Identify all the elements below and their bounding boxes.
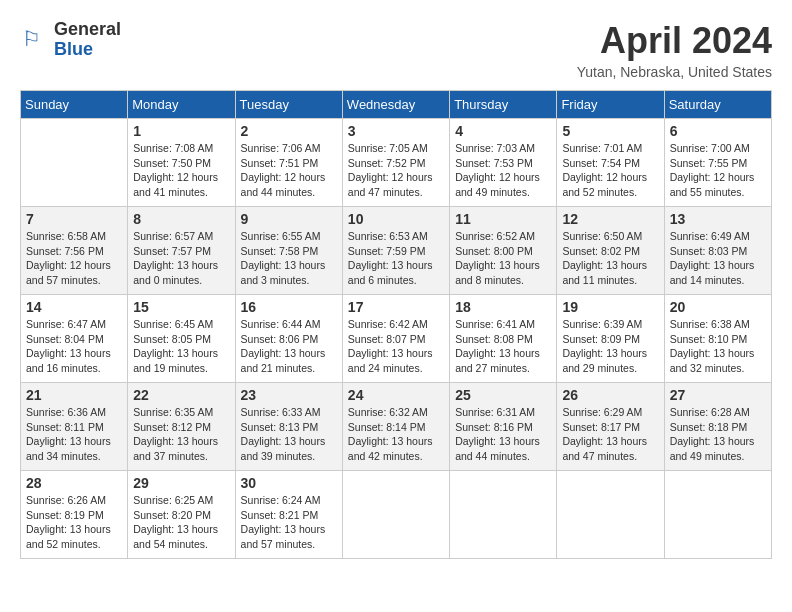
month-year-title: April 2024 — [577, 20, 772, 62]
calendar-cell: 4Sunrise: 7:03 AMSunset: 7:53 PMDaylight… — [450, 119, 557, 207]
day-info: Sunrise: 6:29 AMSunset: 8:17 PMDaylight:… — [562, 405, 658, 464]
calendar-cell: 22Sunrise: 6:35 AMSunset: 8:12 PMDayligh… — [128, 383, 235, 471]
day-info: Sunrise: 6:38 AMSunset: 8:10 PMDaylight:… — [670, 317, 766, 376]
calendar-cell: 29Sunrise: 6:25 AMSunset: 8:20 PMDayligh… — [128, 471, 235, 559]
day-info: Sunrise: 6:57 AMSunset: 7:57 PMDaylight:… — [133, 229, 229, 288]
calendar-cell: 27Sunrise: 6:28 AMSunset: 8:18 PMDayligh… — [664, 383, 771, 471]
logo-general: General — [54, 20, 121, 40]
day-number: 7 — [26, 211, 122, 227]
calendar-cell: 25Sunrise: 6:31 AMSunset: 8:16 PMDayligh… — [450, 383, 557, 471]
day-info: Sunrise: 6:55 AMSunset: 7:58 PMDaylight:… — [241, 229, 337, 288]
calendar-cell: 7Sunrise: 6:58 AMSunset: 7:56 PMDaylight… — [21, 207, 128, 295]
calendar-cell: 3Sunrise: 7:05 AMSunset: 7:52 PMDaylight… — [342, 119, 449, 207]
day-number: 27 — [670, 387, 766, 403]
day-number: 15 — [133, 299, 229, 315]
day-number: 14 — [26, 299, 122, 315]
calendar-cell: 11Sunrise: 6:52 AMSunset: 8:00 PMDayligh… — [450, 207, 557, 295]
day-number: 2 — [241, 123, 337, 139]
calendar-cell: 2Sunrise: 7:06 AMSunset: 7:51 PMDaylight… — [235, 119, 342, 207]
weekday-header: Saturday — [664, 91, 771, 119]
logo-blue: Blue — [54, 40, 121, 60]
day-info: Sunrise: 6:32 AMSunset: 8:14 PMDaylight:… — [348, 405, 444, 464]
title-block: April 2024 Yutan, Nebraska, United State… — [577, 20, 772, 80]
day-info: Sunrise: 6:42 AMSunset: 8:07 PMDaylight:… — [348, 317, 444, 376]
calendar-cell: 15Sunrise: 6:45 AMSunset: 8:05 PMDayligh… — [128, 295, 235, 383]
calendar-cell: 10Sunrise: 6:53 AMSunset: 7:59 PMDayligh… — [342, 207, 449, 295]
day-info: Sunrise: 7:05 AMSunset: 7:52 PMDaylight:… — [348, 141, 444, 200]
calendar-week-row: 1Sunrise: 7:08 AMSunset: 7:50 PMDaylight… — [21, 119, 772, 207]
day-info: Sunrise: 6:44 AMSunset: 8:06 PMDaylight:… — [241, 317, 337, 376]
day-number: 23 — [241, 387, 337, 403]
day-info: Sunrise: 7:03 AMSunset: 7:53 PMDaylight:… — [455, 141, 551, 200]
day-info: Sunrise: 6:25 AMSunset: 8:20 PMDaylight:… — [133, 493, 229, 552]
day-number: 28 — [26, 475, 122, 491]
calendar-cell: 9Sunrise: 6:55 AMSunset: 7:58 PMDaylight… — [235, 207, 342, 295]
day-number: 16 — [241, 299, 337, 315]
day-info: Sunrise: 7:08 AMSunset: 7:50 PMDaylight:… — [133, 141, 229, 200]
weekday-header: Wednesday — [342, 91, 449, 119]
calendar-cell — [21, 119, 128, 207]
calendar-cell: 14Sunrise: 6:47 AMSunset: 8:04 PMDayligh… — [21, 295, 128, 383]
calendar-cell — [342, 471, 449, 559]
calendar-cell: 28Sunrise: 6:26 AMSunset: 8:19 PMDayligh… — [21, 471, 128, 559]
day-info: Sunrise: 6:36 AMSunset: 8:11 PMDaylight:… — [26, 405, 122, 464]
logo-icon: ⚐ — [20, 25, 50, 55]
day-number: 25 — [455, 387, 551, 403]
svg-text:⚐: ⚐ — [22, 27, 41, 50]
day-info: Sunrise: 7:01 AMSunset: 7:54 PMDaylight:… — [562, 141, 658, 200]
calendar-cell — [450, 471, 557, 559]
day-info: Sunrise: 6:58 AMSunset: 7:56 PMDaylight:… — [26, 229, 122, 288]
day-info: Sunrise: 6:31 AMSunset: 8:16 PMDaylight:… — [455, 405, 551, 464]
day-number: 22 — [133, 387, 229, 403]
day-info: Sunrise: 6:28 AMSunset: 8:18 PMDaylight:… — [670, 405, 766, 464]
day-number: 9 — [241, 211, 337, 227]
day-info: Sunrise: 7:06 AMSunset: 7:51 PMDaylight:… — [241, 141, 337, 200]
calendar-cell: 26Sunrise: 6:29 AMSunset: 8:17 PMDayligh… — [557, 383, 664, 471]
calendar-cell: 13Sunrise: 6:49 AMSunset: 8:03 PMDayligh… — [664, 207, 771, 295]
day-number: 4 — [455, 123, 551, 139]
weekday-header: Tuesday — [235, 91, 342, 119]
day-number: 24 — [348, 387, 444, 403]
day-info: Sunrise: 6:33 AMSunset: 8:13 PMDaylight:… — [241, 405, 337, 464]
day-info: Sunrise: 6:52 AMSunset: 8:00 PMDaylight:… — [455, 229, 551, 288]
page-header: ⚐ General Blue April 2024 Yutan, Nebrask… — [20, 20, 772, 80]
calendar-cell: 21Sunrise: 6:36 AMSunset: 8:11 PMDayligh… — [21, 383, 128, 471]
calendar-week-row: 7Sunrise: 6:58 AMSunset: 7:56 PMDaylight… — [21, 207, 772, 295]
day-info: Sunrise: 7:00 AMSunset: 7:55 PMDaylight:… — [670, 141, 766, 200]
day-info: Sunrise: 6:39 AMSunset: 8:09 PMDaylight:… — [562, 317, 658, 376]
day-number: 11 — [455, 211, 551, 227]
calendar-cell: 8Sunrise: 6:57 AMSunset: 7:57 PMDaylight… — [128, 207, 235, 295]
day-number: 30 — [241, 475, 337, 491]
day-number: 18 — [455, 299, 551, 315]
calendar-cell — [664, 471, 771, 559]
calendar-cell: 24Sunrise: 6:32 AMSunset: 8:14 PMDayligh… — [342, 383, 449, 471]
location-subtitle: Yutan, Nebraska, United States — [577, 64, 772, 80]
calendar-cell: 1Sunrise: 7:08 AMSunset: 7:50 PMDaylight… — [128, 119, 235, 207]
day-number: 29 — [133, 475, 229, 491]
day-number: 19 — [562, 299, 658, 315]
day-number: 20 — [670, 299, 766, 315]
day-number: 12 — [562, 211, 658, 227]
calendar-cell: 23Sunrise: 6:33 AMSunset: 8:13 PMDayligh… — [235, 383, 342, 471]
calendar-cell: 19Sunrise: 6:39 AMSunset: 8:09 PMDayligh… — [557, 295, 664, 383]
day-number: 13 — [670, 211, 766, 227]
day-number: 10 — [348, 211, 444, 227]
logo: ⚐ General Blue — [20, 20, 121, 60]
day-number: 6 — [670, 123, 766, 139]
day-info: Sunrise: 6:47 AMSunset: 8:04 PMDaylight:… — [26, 317, 122, 376]
day-number: 17 — [348, 299, 444, 315]
weekday-header: Thursday — [450, 91, 557, 119]
day-info: Sunrise: 6:50 AMSunset: 8:02 PMDaylight:… — [562, 229, 658, 288]
calendar-cell: 5Sunrise: 7:01 AMSunset: 7:54 PMDaylight… — [557, 119, 664, 207]
day-number: 5 — [562, 123, 658, 139]
day-info: Sunrise: 6:26 AMSunset: 8:19 PMDaylight:… — [26, 493, 122, 552]
day-number: 1 — [133, 123, 229, 139]
calendar-cell: 17Sunrise: 6:42 AMSunset: 8:07 PMDayligh… — [342, 295, 449, 383]
day-info: Sunrise: 6:24 AMSunset: 8:21 PMDaylight:… — [241, 493, 337, 552]
calendar-header-row: SundayMondayTuesdayWednesdayThursdayFrid… — [21, 91, 772, 119]
calendar-cell: 30Sunrise: 6:24 AMSunset: 8:21 PMDayligh… — [235, 471, 342, 559]
logo-text: General Blue — [54, 20, 121, 60]
calendar-cell — [557, 471, 664, 559]
day-info: Sunrise: 6:41 AMSunset: 8:08 PMDaylight:… — [455, 317, 551, 376]
day-info: Sunrise: 6:49 AMSunset: 8:03 PMDaylight:… — [670, 229, 766, 288]
